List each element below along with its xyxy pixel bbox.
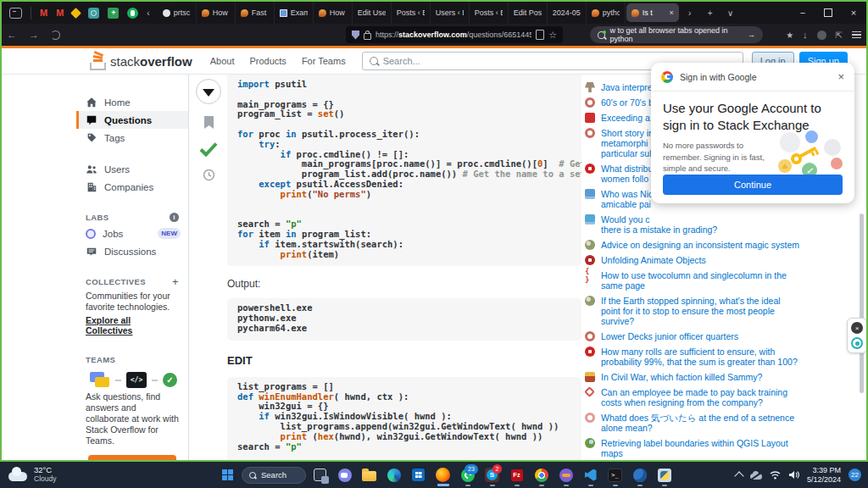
explore-teams-button[interactable]: Explore Teams: [88, 455, 176, 460]
capture-record-icon[interactable]: [851, 337, 863, 349]
edge-button[interactable]: [383, 463, 404, 487]
go-arrow-icon[interactable]: →: [748, 30, 755, 39]
browser-tab[interactable]: Posts ‹ Em: [392, 2, 431, 24]
sidebar-item-companies[interactable]: Companies: [76, 178, 188, 196]
sidebar-item-tags[interactable]: Tags: [76, 129, 188, 147]
info-icon[interactable]: i: [170, 213, 179, 222]
hot-question-link[interactable]: If the Earth stopped spinning, what's th…: [601, 296, 801, 326]
hot-question-item[interactable]: Retrieving label boundaries within QGIS …: [585, 438, 858, 458]
hot-question-item[interactable]: Can an employee be made to pay back trai…: [585, 387, 858, 408]
sidebar-item-discussions[interactable]: Discussions: [76, 242, 188, 260]
hot-question-link[interactable]: What distribu women follo: [601, 164, 653, 184]
reload-button[interactable]: [51, 30, 60, 40]
forward-button[interactable]: →: [29, 29, 39, 41]
tray-expand-icon[interactable]: [734, 471, 743, 480]
hot-question-item[interactable]: In Civil War, which faction killed Sammy…: [585, 372, 858, 382]
back-button[interactable]: ←: [7, 29, 17, 41]
hot-question-item[interactable]: Unfolding Animate Objects: [585, 255, 858, 265]
browser-tab[interactable]: prtsc: [158, 2, 197, 24]
hot-question-link[interactable]: Can an employee be made to pay back trai…: [601, 387, 801, 408]
bookmark-star-icon[interactable]: ☆: [548, 30, 557, 39]
browser-tab[interactable]: pytho: [587, 2, 626, 24]
gmail-pinned-tab-icon[interactable]: M: [56, 8, 64, 18]
close-button[interactable]: ×: [841, 2, 866, 24]
taskbar-search[interactable]: Search: [242, 467, 306, 484]
start-button[interactable]: [217, 463, 238, 487]
purple-app-button[interactable]: [555, 463, 576, 487]
filezilla-button[interactable]: Fz: [506, 463, 527, 487]
hot-question-link[interactable]: Lower Decks junior officer quarters: [601, 331, 738, 341]
hot-question-item[interactable]: { }How to use twocolumn and singlecolumn…: [585, 270, 858, 291]
bookmark-icon[interactable]: [203, 116, 214, 130]
tray-cloud-icon[interactable]: [750, 474, 762, 480]
hot-question-item[interactable]: Advice on designing an inconsistent magi…: [585, 240, 858, 250]
sidebar-item-questions[interactable]: Questions: [76, 111, 188, 129]
task-view-button[interactable]: [309, 463, 331, 487]
browser-tab[interactable]: How t: [197, 2, 236, 24]
search-bar[interactable]: w to get all browser tabs opened in pyth…: [590, 26, 763, 43]
url-bar[interactable]: https://stackoverflow.com/questions/6651…: [346, 26, 563, 43]
hot-question-link[interactable]: Advice on designing an inconsistent magi…: [601, 240, 799, 250]
pocket-icon[interactable]: ★: [786, 30, 793, 40]
reader-view-icon[interactable]: [536, 30, 544, 40]
minimize-button[interactable]: −: [790, 2, 815, 24]
hot-question-link[interactable]: Would you c there is a mistake in gradin…: [601, 214, 717, 235]
sidebar-item-home[interactable]: Home: [76, 93, 188, 111]
taskbar-clock[interactable]: 3:39 PM 5/12/2024: [807, 466, 841, 484]
hot-question-item[interactable]: Would you c there is a mistake in gradin…: [585, 214, 858, 235]
hot-question-item[interactable]: Lower Decks junior officer quarters: [585, 331, 858, 341]
file-explorer-button[interactable]: [359, 463, 380, 487]
add-collective-icon[interactable]: +: [172, 275, 179, 288]
hot-question-link[interactable]: How many rolls are sufficient to ensure,…: [601, 347, 801, 367]
hot-question-link[interactable]: Unfolding Animate Objects: [601, 255, 706, 265]
download-icon[interactable]: ↓: [803, 30, 808, 40]
microsoft-store-button[interactable]: [408, 463, 429, 487]
python-button[interactable]: [654, 463, 675, 487]
popup-close-icon[interactable]: ×: [837, 70, 844, 83]
hot-question-link[interactable]: Java interpre: [601, 82, 653, 92]
browser-tab[interactable]: How c: [314, 2, 353, 24]
browser-tab[interactable]: Edit User A: [353, 2, 392, 24]
hot-question-link[interactable]: Exceeding a: [601, 113, 650, 123]
stackoverflow-logo[interactable]: stackoverflow: [90, 52, 192, 70]
volume-icon[interactable]: [788, 470, 799, 480]
hot-question-item[interactable]: If the Earth stopped spinning, what's th…: [585, 296, 858, 326]
continue-button[interactable]: Continue: [663, 175, 843, 195]
skype-button[interactable]: S2: [481, 463, 503, 487]
hot-question-link[interactable]: Retrieving label boundaries within QGIS …: [601, 438, 801, 458]
page-scrollbar[interactable]: [860, 214, 864, 393]
hot-question-link[interactable]: 60's or 70's b: [601, 97, 654, 108]
hot-question-link[interactable]: In Civil War, which faction killed Sammy…: [601, 372, 762, 382]
browser-tab[interactable]: Examp: [275, 2, 314, 24]
maximize-button[interactable]: [815, 2, 841, 24]
hot-question-link[interactable]: Short story in metamorphi particular sul: [601, 128, 654, 158]
list-tabs-icon[interactable]: ∨: [721, 8, 741, 18]
teams-chat-button[interactable]: [334, 463, 355, 487]
nav-products[interactable]: Products: [242, 52, 293, 70]
scroll-tabs-right-icon[interactable]: ›: [680, 8, 700, 18]
hot-question-item[interactable]: How many rolls are sufficient to ensure,…: [585, 347, 858, 367]
browser-tab[interactable]: 2024-05-1: [548, 2, 587, 24]
blue-app-button[interactable]: [629, 463, 650, 487]
nav-about[interactable]: About: [203, 52, 242, 70]
chrome-button[interactable]: [531, 463, 552, 487]
vscode-button[interactable]: [580, 463, 601, 487]
hot-question-link[interactable]: How to use twocolumn and singlecolumn in…: [601, 270, 801, 291]
adblock-icon[interactable]: [817, 30, 826, 40]
new-tab-button[interactable]: +: [700, 8, 721, 18]
history-icon[interactable]: [203, 169, 215, 181]
gmail-pinned-tab-icon[interactable]: M: [40, 8, 47, 18]
firefox-button[interactable]: [432, 463, 453, 487]
sidebar-item-jobs[interactable]: Jobs NEW: [76, 225, 188, 242]
weather-widget[interactable]: 32°C Cloudy: [8, 465, 56, 483]
hot-question-item[interactable]: Whatd does 気づいたら at the end of a setnenc…: [585, 413, 858, 433]
browser-tab[interactable]: Users ‹ Em: [431, 2, 470, 24]
tracking-shield-icon[interactable]: [352, 30, 359, 40]
wifi-icon[interactable]: [770, 470, 781, 480]
nav-for-teams[interactable]: For Teams: [294, 52, 353, 70]
sidebar-item-users[interactable]: Users: [76, 160, 188, 178]
green-dot-pinned-tab-icon[interactable]: [127, 8, 138, 19]
hot-question-link[interactable]: Who was Nic amicable pai: [601, 189, 653, 209]
teal-app-pinned-tab-icon[interactable]: [88, 8, 99, 19]
tab-collections-icon[interactable]: [9, 8, 22, 19]
